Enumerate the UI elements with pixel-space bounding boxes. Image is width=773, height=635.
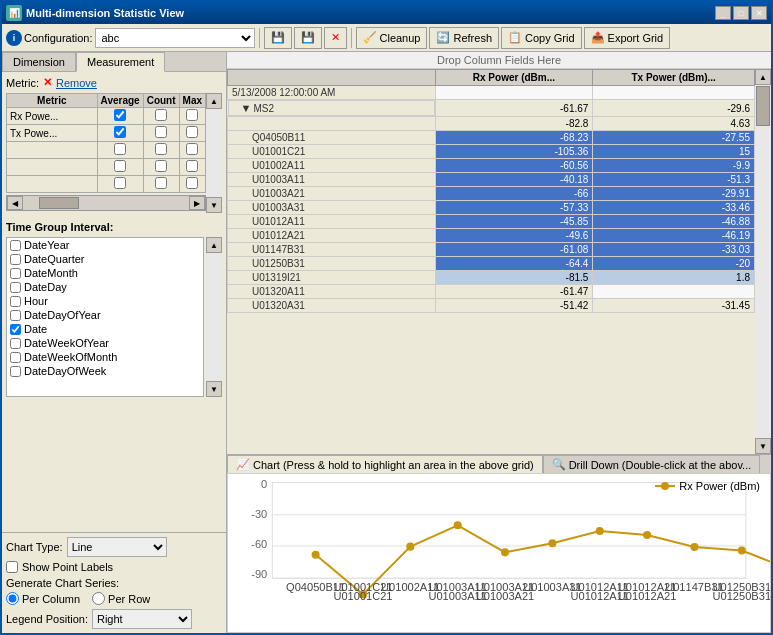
svg-point-1 — [661, 482, 669, 490]
list-item[interactable]: Date — [7, 322, 203, 336]
list-item[interactable]: DateQuarter — [7, 252, 203, 266]
row-blank — [228, 117, 436, 131]
max-check-2[interactable] — [179, 142, 205, 159]
list-item[interactable]: DateYear — [7, 238, 203, 252]
dateyear-check[interactable] — [10, 240, 21, 251]
row-q04050b11: Q04050B11 — [228, 131, 436, 145]
dateweekofyear-check[interactable] — [10, 338, 21, 349]
scroll-down-btn[interactable]: ▼ — [755, 438, 771, 454]
legend-select[interactable]: Right Left Top Bottom None — [92, 609, 192, 629]
col-max: Max — [179, 94, 205, 108]
metric-header: Metric: ✕ Remove — [6, 76, 222, 89]
scroll-thumb[interactable] — [756, 86, 770, 126]
rx-10: -49.6 — [435, 229, 593, 243]
main-window: 📊 Multi-dimension Statistic View _ □ ✕ i… — [0, 0, 773, 635]
save-button[interactable]: 💾 — [264, 27, 292, 49]
row-u01147b31: U01147B31 — [228, 243, 436, 257]
tab-dimension[interactable]: Dimension — [2, 52, 76, 71]
rx-15: -51.42 — [435, 299, 593, 313]
metric-section: Metric: ✕ Remove Metric Average Count — [2, 72, 226, 217]
export-grid-button[interactable]: 📤 Export Grid — [584, 27, 671, 49]
metric-label: Metric: — [6, 77, 39, 89]
legend-line — [655, 481, 675, 491]
avg-check-1[interactable] — [97, 125, 143, 142]
chart-tab-drilldown[interactable]: 🔍 Drill Down (Double-click at the abov..… — [543, 455, 761, 473]
table-row: U01003A21 -66 -29.91 — [228, 187, 755, 201]
list-item[interactable]: DateMonth — [7, 266, 203, 280]
header-label-col — [228, 70, 436, 86]
remove-label[interactable]: Remove — [56, 77, 97, 89]
count-check-0[interactable] — [143, 108, 179, 125]
datedayofweek-check[interactable] — [10, 366, 21, 377]
list-item[interactable]: DateWeekOfMonth — [7, 350, 203, 364]
dateweekofmonth-check[interactable] — [10, 352, 21, 363]
rx-3: -68.23 — [435, 131, 593, 145]
scroll-up-arrow[interactable]: ▲ — [206, 93, 222, 109]
dateday-check[interactable] — [10, 282, 21, 293]
metric-hscrollbar[interactable]: ◀ ▶ — [6, 195, 206, 211]
max-check-0[interactable] — [179, 108, 205, 125]
list-item[interactable]: DateDayOfYear — [7, 308, 203, 322]
avg-check-2[interactable] — [97, 142, 143, 159]
rx-2: -82.8 — [435, 117, 593, 131]
datequarter-check[interactable] — [10, 254, 21, 265]
delete-button[interactable]: ✕ — [324, 27, 347, 49]
data-point-9 — [738, 547, 746, 555]
copy-grid-button[interactable]: 📋 Copy Grid — [501, 27, 582, 49]
date-check[interactable] — [10, 324, 21, 335]
per-row-radio[interactable] — [92, 592, 105, 605]
tab-measurement[interactable]: Measurement — [76, 52, 165, 72]
list-item[interactable]: DateDayOfWeek — [7, 364, 203, 378]
metric-table-wrapper: Metric Average Count Max Rx Powe... — [6, 93, 222, 213]
show-point-labels-label: Show Point Labels — [22, 561, 113, 573]
maximize-button[interactable]: □ — [733, 6, 749, 20]
time-scroll-up[interactable]: ▲ — [206, 237, 222, 253]
tx-6: -51.3 — [593, 173, 755, 187]
hscroll-left[interactable]: ◀ — [7, 196, 23, 210]
count-check-2[interactable] — [143, 142, 179, 159]
data-point-5 — [548, 539, 556, 547]
per-column-label: Per Column — [22, 593, 80, 605]
config-select[interactable]: abc — [95, 28, 255, 48]
delete-icon: ✕ — [331, 31, 340, 44]
avg-check-0[interactable] — [97, 108, 143, 125]
col-metric: Metric — [7, 94, 98, 108]
max-check-1[interactable] — [179, 125, 205, 142]
x-label-row2-4: U01003A21 — [476, 590, 535, 602]
table-row — [7, 176, 206, 193]
time-scroll-track — [206, 253, 222, 381]
config-label: Configuration: — [24, 32, 93, 44]
datemonth-check[interactable] — [10, 268, 21, 279]
tx-11: -33.03 — [593, 243, 755, 257]
refresh-button[interactable]: 🔄 Refresh — [429, 27, 499, 49]
scroll-down-arrow[interactable]: ▼ — [206, 197, 222, 213]
minimize-button[interactable]: _ — [715, 6, 731, 20]
table-row: U01003A31 -57.33 -33.46 — [228, 201, 755, 215]
list-item[interactable]: DateWeekOfYear — [7, 336, 203, 350]
chart-type-select[interactable]: Line Bar Pie — [67, 537, 167, 557]
list-item[interactable]: DateDay — [7, 280, 203, 294]
tx-0 — [593, 86, 755, 100]
tx-9: -46.88 — [593, 215, 755, 229]
legend-label: Legend Position: — [6, 613, 88, 625]
scroll-up-btn[interactable]: ▲ — [755, 69, 771, 85]
save2-button[interactable]: 💾 — [294, 27, 322, 49]
datedayofyear-check[interactable] — [10, 310, 21, 321]
cleanup-button[interactable]: 🧹 Cleanup — [356, 27, 428, 49]
grid-header-row: Rx Power (dBm... Tx Power (dBm)... — [228, 70, 755, 86]
hour-check[interactable] — [10, 296, 21, 307]
close-button[interactable]: ✕ — [751, 6, 767, 20]
chart-bg — [272, 483, 746, 579]
chart-type-label: Chart Type: — [6, 541, 63, 553]
chart-tab-chart[interactable]: 📈 Chart (Press & hold to highlight an ar… — [227, 455, 543, 473]
tx-14 — [593, 285, 755, 299]
time-scroll-down[interactable]: ▼ — [206, 381, 222, 397]
drop-column-area[interactable]: Drop Column Fields Here — [227, 52, 771, 69]
hscroll-thumb[interactable] — [39, 197, 79, 209]
hscroll-right[interactable]: ▶ — [189, 196, 205, 210]
count-check-1[interactable] — [143, 125, 179, 142]
per-column-radio[interactable] — [6, 592, 19, 605]
list-item[interactable]: Hour — [7, 294, 203, 308]
show-point-labels-check[interactable] — [6, 561, 18, 573]
tx-10: -46.19 — [593, 229, 755, 243]
